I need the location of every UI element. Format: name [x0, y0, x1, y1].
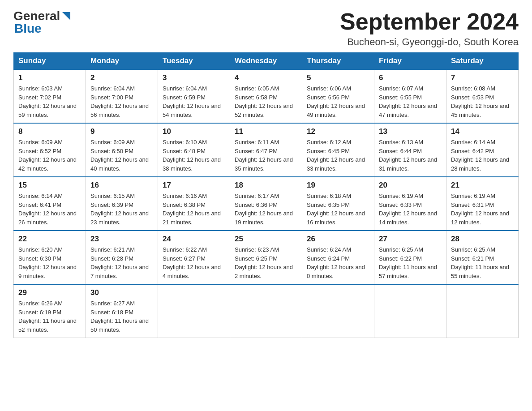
day-info: Sunrise: 6:05 AMSunset: 6:58 PMDaylight:…	[235, 84, 297, 119]
day-number: 4	[235, 73, 297, 82]
day-number: 6	[379, 73, 442, 82]
day-info: Sunrise: 6:07 AMSunset: 6:55 PMDaylight:…	[379, 84, 442, 119]
day-number: 24	[163, 235, 225, 244]
day-info: Sunrise: 6:09 AMSunset: 6:50 PMDaylight:…	[90, 138, 153, 173]
day-number: 20	[379, 181, 442, 190]
day-number: 19	[307, 181, 369, 190]
calendar-day-cell: 2Sunrise: 6:04 AMSunset: 7:00 PMDaylight…	[86, 69, 158, 123]
calendar-day-cell: 13Sunrise: 6:13 AMSunset: 6:44 PMDayligh…	[374, 123, 446, 177]
day-number: 30	[90, 288, 153, 297]
calendar-day-cell: 21Sunrise: 6:19 AMSunset: 6:31 PMDayligh…	[446, 177, 519, 231]
day-number: 7	[451, 73, 514, 82]
calendar-day-cell: 29Sunrise: 6:26 AMSunset: 6:19 PMDayligh…	[14, 284, 86, 338]
day-number: 1	[18, 73, 81, 82]
day-number: 8	[18, 127, 81, 136]
calendar-day-cell: 7Sunrise: 6:08 AMSunset: 6:53 PMDaylight…	[446, 69, 519, 123]
day-number: 12	[307, 127, 369, 136]
calendar-day-cell: 15Sunrise: 6:14 AMSunset: 6:41 PMDayligh…	[14, 177, 86, 231]
day-info: Sunrise: 6:08 AMSunset: 6:53 PMDaylight:…	[451, 84, 514, 119]
day-number: 13	[379, 127, 442, 136]
calendar-week-row: 29Sunrise: 6:26 AMSunset: 6:19 PMDayligh…	[14, 284, 519, 338]
calendar-day-cell: 23Sunrise: 6:21 AMSunset: 6:28 PMDayligh…	[86, 231, 158, 284]
day-info: Sunrise: 6:21 AMSunset: 6:28 PMDaylight:…	[90, 245, 153, 280]
day-number: 9	[90, 127, 153, 136]
calendar-day-cell: 3Sunrise: 6:04 AMSunset: 6:59 PMDaylight…	[158, 69, 230, 123]
logo: General Blue	[13, 9, 70, 36]
calendar-week-row: 22Sunrise: 6:20 AMSunset: 6:30 PMDayligh…	[14, 231, 519, 284]
calendar-day-cell: 27Sunrise: 6:25 AMSunset: 6:22 PMDayligh…	[374, 231, 446, 284]
day-info: Sunrise: 6:23 AMSunset: 6:25 PMDaylight:…	[235, 245, 297, 280]
calendar-day-cell	[446, 284, 519, 338]
calendar-day-cell	[230, 284, 302, 338]
location-subtitle: Bucheon-si, Gyeonggi-do, South Korea	[340, 36, 519, 48]
day-info: Sunrise: 6:13 AMSunset: 6:44 PMDaylight:…	[379, 138, 442, 173]
day-info: Sunrise: 6:11 AMSunset: 6:47 PMDaylight:…	[235, 138, 297, 173]
calendar-table: SundayMondayTuesdayWednesdayThursdayFrid…	[13, 52, 519, 338]
calendar-day-header: Monday	[86, 53, 158, 70]
calendar-day-cell: 26Sunrise: 6:24 AMSunset: 6:24 PMDayligh…	[302, 231, 374, 284]
day-number: 15	[18, 181, 81, 190]
day-number: 29	[18, 288, 81, 297]
day-number: 5	[307, 73, 369, 82]
calendar-day-cell: 9Sunrise: 6:09 AMSunset: 6:50 PMDaylight…	[86, 123, 158, 177]
day-info: Sunrise: 6:20 AMSunset: 6:30 PMDaylight:…	[18, 245, 81, 280]
calendar-day-cell: 25Sunrise: 6:23 AMSunset: 6:25 PMDayligh…	[230, 231, 302, 284]
day-info: Sunrise: 6:25 AMSunset: 6:21 PMDaylight:…	[451, 245, 514, 280]
calendar-day-header: Wednesday	[230, 53, 302, 70]
day-number: 18	[235, 181, 297, 190]
logo-arrow-icon	[62, 12, 70, 20]
day-info: Sunrise: 6:18 AMSunset: 6:35 PMDaylight:…	[307, 192, 369, 227]
calendar-day-header: Sunday	[14, 53, 86, 70]
calendar-day-cell: 4Sunrise: 6:05 AMSunset: 6:58 PMDaylight…	[230, 69, 302, 123]
svg-marker-0	[62, 12, 70, 20]
calendar-day-cell: 8Sunrise: 6:09 AMSunset: 6:52 PMDaylight…	[14, 123, 86, 177]
calendar-header-row: SundayMondayTuesdayWednesdayThursdayFrid…	[14, 53, 519, 70]
day-number: 16	[90, 181, 153, 190]
day-info: Sunrise: 6:04 AMSunset: 7:00 PMDaylight:…	[90, 84, 153, 119]
calendar-day-cell: 1Sunrise: 6:03 AMSunset: 7:02 PMDaylight…	[14, 69, 86, 123]
calendar-day-cell: 19Sunrise: 6:18 AMSunset: 6:35 PMDayligh…	[302, 177, 374, 231]
calendar-day-cell: 10Sunrise: 6:10 AMSunset: 6:48 PMDayligh…	[158, 123, 230, 177]
day-info: Sunrise: 6:09 AMSunset: 6:52 PMDaylight:…	[18, 138, 81, 173]
calendar-day-cell	[158, 284, 230, 338]
calendar-day-header: Saturday	[446, 53, 519, 70]
calendar-day-header: Thursday	[302, 53, 374, 70]
calendar-day-cell: 24Sunrise: 6:22 AMSunset: 6:27 PMDayligh…	[158, 231, 230, 284]
day-info: Sunrise: 6:19 AMSunset: 6:33 PMDaylight:…	[379, 192, 442, 227]
day-info: Sunrise: 6:26 AMSunset: 6:19 PMDaylight:…	[18, 299, 81, 334]
day-number: 2	[90, 73, 153, 82]
day-info: Sunrise: 6:24 AMSunset: 6:24 PMDaylight:…	[307, 245, 369, 280]
calendar-day-cell: 18Sunrise: 6:17 AMSunset: 6:36 PMDayligh…	[230, 177, 302, 231]
day-number: 26	[307, 235, 369, 244]
day-info: Sunrise: 6:12 AMSunset: 6:45 PMDaylight:…	[307, 138, 369, 173]
calendar-day-cell: 16Sunrise: 6:15 AMSunset: 6:39 PMDayligh…	[86, 177, 158, 231]
day-number: 28	[451, 235, 514, 244]
day-info: Sunrise: 6:25 AMSunset: 6:22 PMDaylight:…	[379, 245, 442, 280]
day-info: Sunrise: 6:06 AMSunset: 6:56 PMDaylight:…	[307, 84, 369, 119]
day-number: 14	[451, 127, 514, 136]
day-number: 11	[235, 127, 297, 136]
month-year-title: September 2024	[340, 9, 519, 34]
calendar-day-cell: 28Sunrise: 6:25 AMSunset: 6:21 PMDayligh…	[446, 231, 519, 284]
day-number: 23	[90, 235, 153, 244]
title-block: September 2024 Bucheon-si, Gyeonggi-do, …	[340, 9, 519, 48]
day-number: 3	[163, 73, 225, 82]
day-info: Sunrise: 6:03 AMSunset: 7:02 PMDaylight:…	[18, 84, 81, 119]
calendar-day-cell: 20Sunrise: 6:19 AMSunset: 6:33 PMDayligh…	[374, 177, 446, 231]
day-info: Sunrise: 6:19 AMSunset: 6:31 PMDaylight:…	[451, 192, 514, 227]
day-info: Sunrise: 6:14 AMSunset: 6:41 PMDaylight:…	[18, 192, 81, 227]
calendar-day-cell: 11Sunrise: 6:11 AMSunset: 6:47 PMDayligh…	[230, 123, 302, 177]
calendar-day-cell: 17Sunrise: 6:16 AMSunset: 6:38 PMDayligh…	[158, 177, 230, 231]
calendar-day-cell: 5Sunrise: 6:06 AMSunset: 6:56 PMDaylight…	[302, 69, 374, 123]
day-info: Sunrise: 6:27 AMSunset: 6:18 PMDaylight:…	[90, 299, 153, 334]
day-info: Sunrise: 6:15 AMSunset: 6:39 PMDaylight:…	[90, 192, 153, 227]
day-info: Sunrise: 6:14 AMSunset: 6:42 PMDaylight:…	[451, 138, 514, 173]
calendar-day-cell: 12Sunrise: 6:12 AMSunset: 6:45 PMDayligh…	[302, 123, 374, 177]
day-number: 10	[163, 127, 225, 136]
day-info: Sunrise: 6:10 AMSunset: 6:48 PMDaylight:…	[163, 138, 225, 173]
calendar-day-cell: 14Sunrise: 6:14 AMSunset: 6:42 PMDayligh…	[446, 123, 519, 177]
calendar-day-cell	[302, 284, 374, 338]
day-info: Sunrise: 6:17 AMSunset: 6:36 PMDaylight:…	[235, 192, 297, 227]
calendar-week-row: 8Sunrise: 6:09 AMSunset: 6:52 PMDaylight…	[14, 123, 519, 177]
calendar-day-header: Tuesday	[158, 53, 230, 70]
